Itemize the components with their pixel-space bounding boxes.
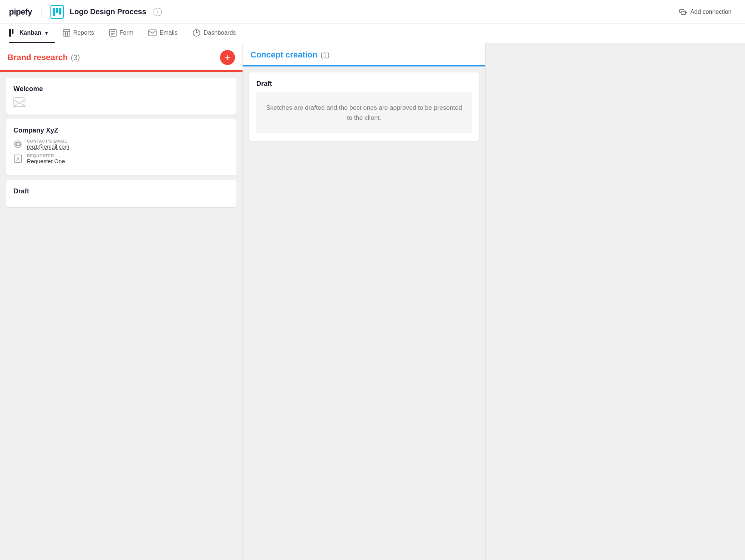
svg-rect-14 [109,29,116,36]
kanban-board: Brand research (3) + Welcome [0,43,745,560]
column-count-concept-creation: (1) [321,51,330,59]
tab-kanban[interactable]: Kanban ▾ [9,24,55,43]
svg-line-23 [22,103,25,107]
logo: pipefy [9,7,32,17]
card-company-xyz[interactable]: Company XyZ CONTACT'S EMAIL req1@email.c… [6,119,237,175]
tab-kanban-label: Kanban [19,29,41,36]
card-field-email: CONTACT'S EMAIL req1@email.com [13,139,229,150]
svg-rect-9 [63,29,70,36]
svg-rect-7 [9,29,11,37]
pipe-board-icon [50,5,64,19]
card-envelope-icon [13,97,229,107]
svg-rect-8 [12,29,13,34]
top-nav: pipefy Logo Design Process i Add connect… [0,0,745,24]
column-concept-creation: Concept creation (1) Draft Sketches are … [243,43,486,560]
add-connection-label: Add connection [690,9,732,15]
tab-reports[interactable]: Reports [55,24,102,43]
svg-rect-0 [53,8,55,16]
field-label-requester: REQUESTER [27,153,65,158]
add-connection-icon [679,8,687,16]
svg-rect-18 [149,30,156,36]
tab-form-label: Form [120,29,133,36]
cards-container-brand-research: Welcome Company XyZ [0,72,242,560]
tab-dashboards-label: Dashboards [204,29,236,36]
field-content-requester: REQUESTER Requester One [27,153,65,164]
svg-line-22 [14,103,17,107]
card-description-draft-concept: Sketches are drafted and the best ones a… [256,92,472,133]
column-header-concept-creation: Concept creation (1) [243,43,485,66]
tab-bar: Kanban ▾ Reports Form [0,24,745,43]
reports-icon [63,29,70,37]
column-title-concept-creation: Concept creation [250,50,318,60]
tab-emails-label: Emails [160,29,177,36]
tab-dashboards[interactable]: Dashboards [185,24,243,43]
column-header-brand-research: Brand research (3) + [0,43,242,72]
card-title-draft-concept: Draft [256,80,472,88]
emails-icon [148,29,157,36]
column-title-brand-research: Brand research [7,53,68,62]
tab-emails[interactable]: Emails [141,24,185,43]
nav-divider [41,6,41,18]
pipe-title: Logo Design Process [70,7,146,16]
field-value-email: req1@email.com [27,143,69,150]
card-title-welcome: Welcome [13,85,229,93]
kanban-icon [9,29,16,37]
tab-reports-label: Reports [73,29,94,36]
column-count-brand-research: (3) [71,53,80,62]
card-title-company-xyz: Company XyZ [13,127,229,134]
field-content-email: CONTACT'S EMAIL req1@email.com [27,139,69,150]
card-field-requester: A REQUESTER Requester One [13,153,229,164]
add-card-button-brand-research[interactable]: + [220,50,235,65]
column-brand-research: Brand research (3) + Welcome [0,43,243,560]
add-connection-button[interactable]: Add connection [675,6,736,18]
person-icon: A [13,154,22,163]
chevron-down-icon: ▾ [45,30,48,36]
card-welcome[interactable]: Welcome [6,78,237,115]
dashboards-icon [192,29,201,37]
svg-point-25 [17,143,19,146]
form-icon [109,29,117,37]
card-draft-concept[interactable]: Draft Sketches are drafted and the best … [249,72,479,141]
svg-text:A: A [16,156,20,162]
cards-container-concept-creation: Draft Sketches are drafted and the best … [243,66,485,560]
card-title-draft-brand: Draft [13,187,229,195]
at-icon [13,140,22,149]
svg-rect-2 [59,8,61,15]
tab-form[interactable]: Form [102,24,141,43]
svg-point-20 [196,32,197,34]
field-value-requester: Requester One [27,158,65,164]
svg-rect-1 [56,8,58,13]
info-icon[interactable]: i [154,8,162,16]
field-label-email: CONTACT'S EMAIL [27,139,69,143]
card-draft-brand[interactable]: Draft [6,180,237,207]
